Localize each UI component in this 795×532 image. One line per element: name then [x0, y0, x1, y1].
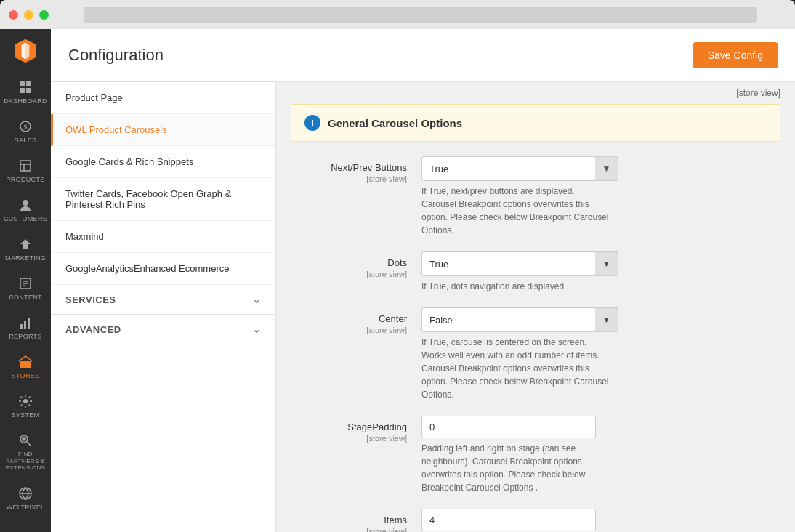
nav-item-find-partners[interactable]: FIND PARTNERS & EXTENSIONS — [0, 426, 51, 479]
input-col-next-prev: True False ▼ If True, next/prev buttons … — [421, 156, 780, 237]
select-next-prev[interactable]: True False — [421, 156, 596, 181]
svg-rect-21 — [20, 361, 31, 368]
svg-marker-1 — [22, 42, 25, 59]
input-col-center: True False ▼ If True, carousel is center… — [421, 307, 780, 401]
select-container-dots: True False ▼ — [421, 251, 780, 276]
left-navigation: DASHBOARD $ SALES PRODUCTS CUSTOMERS MAR… — [0, 29, 51, 532]
nav-label-weltpixel: WELTPIXEL — [7, 504, 45, 511]
field-label-stage-padding: StagePadding — [291, 422, 407, 432]
hint-dots: If True, dots navigation are displayed. — [421, 280, 610, 293]
minimize-button[interactable] — [24, 10, 33, 20]
svg-rect-20 — [28, 318, 30, 329]
svg-rect-18 — [20, 324, 23, 329]
svg-rect-6 — [26, 88, 31, 93]
label-col-items: Items [store view] — [291, 509, 421, 532]
config-right-panel: [store view] i General Carousel Options … — [276, 82, 795, 532]
nav-label-customers: CUSTOMERS — [4, 215, 47, 222]
nav-item-content[interactable]: CONTENT — [0, 269, 51, 308]
field-sublabel-center: [store view] — [291, 326, 407, 334]
sidebar-item-product-page[interactable]: Product Page — [51, 82, 275, 114]
field-sublabel-next-prev: [store view] — [291, 174, 407, 183]
label-col-stage-padding: StagePadding [store view] — [291, 416, 421, 494]
nav-label-system: SYSTEM — [12, 411, 40, 419]
field-label-next-prev: Next/Prev Buttons — [291, 162, 407, 173]
svg-marker-13 — [20, 239, 31, 249]
input-stage-padding[interactable] — [421, 416, 596, 438]
field-sublabel-stage-padding: [store view] — [291, 434, 407, 443]
field-label-center: Center — [291, 313, 407, 324]
form-row-dots: Dots [store view] True False ▼ — [291, 251, 780, 293]
field-label-items: Items — [291, 515, 407, 525]
sidebar-item-owl-carousels[interactable]: OWL Product Carousels — [51, 114, 275, 146]
select-center[interactable]: True False — [421, 307, 596, 332]
hint-next-prev: If True, next/prev buttons are displayed… — [421, 185, 610, 237]
field-sublabel-dots: [store view] — [291, 270, 407, 278]
label-col-dots: Dots [store view] — [291, 251, 421, 293]
form-row-stage-padding: StagePadding [store view] Padding left a… — [291, 416, 780, 494]
svg-rect-9 — [20, 161, 31, 171]
form-row-items: Items [store view] The number of items y… — [291, 509, 780, 532]
nav-item-system[interactable]: SYSTEM — [0, 387, 51, 426]
magento-logo — [11, 36, 40, 65]
close-button[interactable] — [9, 10, 18, 20]
hint-stage-padding: Padding left and right on stage (can see… — [421, 442, 610, 494]
store-view-banner: [store view] — [276, 82, 795, 104]
nav-label-find-partners: FIND PARTNERS & EXTENSIONS — [3, 451, 48, 472]
nav-item-marketing[interactable]: MARKETING — [0, 230, 51, 269]
svg-marker-2 — [25, 42, 29, 59]
nav-item-reports[interactable]: REPORTS — [0, 308, 51, 347]
address-bar[interactable] — [84, 7, 757, 23]
input-col-dots: True False ▼ If True, dots navigation ar… — [421, 251, 780, 293]
sidebar-section-services[interactable]: SERVICES ⌄ — [51, 285, 275, 315]
page-title: Configuration — [68, 46, 164, 65]
nav-item-dashboard[interactable]: DASHBOARD — [0, 73, 51, 112]
field-label-dots: Dots — [291, 257, 407, 268]
svg-text:$: $ — [23, 124, 27, 131]
hint-center: If True, carousel is centered on the scr… — [421, 336, 610, 401]
form-row-center: Center [store view] True False ▼ — [291, 307, 780, 401]
sidebar-item-twitter-cards[interactable]: Twitter Cards, Facebook Open Graph & Pin… — [51, 178, 275, 221]
nav-label-dashboard: DASHBOARD — [4, 97, 47, 105]
nav-item-weltpixel[interactable]: WELTPIXEL — [0, 479, 51, 518]
config-sidebar: Product Page OWL Product Carousels Googl… — [51, 82, 276, 532]
nav-item-customers[interactable]: CUSTOMERS — [0, 190, 51, 230]
nav-item-sales[interactable]: $ SALES — [0, 112, 51, 151]
select-arrow-next-prev[interactable]: ▼ — [595, 156, 618, 181]
nav-label-content: CONTENT — [9, 294, 42, 301]
carousel-options-form: Next/Prev Buttons [store view] True Fals… — [276, 156, 795, 532]
sidebar-section-advanced[interactable]: ADVANCED ⌄ — [51, 315, 275, 344]
carousel-options-title: General Carousel Options — [328, 117, 462, 129]
nav-label-sales: SALES — [15, 137, 37, 144]
nav-label-reports: REPORTS — [9, 333, 41, 340]
input-col-items: The number of items you want to see on t… — [421, 509, 780, 532]
select-dots[interactable]: True False — [421, 251, 596, 276]
chevron-down-icon: ⌄ — [252, 323, 262, 335]
save-config-button[interactable]: Save Config — [693, 42, 778, 68]
label-col-center: Center [store view] — [291, 307, 421, 401]
svg-rect-4 — [26, 81, 31, 86]
sidebar-item-maxmind[interactable]: Maxmind — [51, 221, 275, 253]
svg-rect-19 — [24, 321, 26, 329]
select-arrow-dots[interactable]: ▼ — [595, 251, 618, 276]
svg-rect-3 — [20, 81, 25, 86]
info-icon: i — [304, 115, 320, 131]
sidebar-item-google-cards[interactable]: Google Cards & Rich Snippets — [51, 146, 275, 178]
select-arrow-center[interactable]: ▼ — [595, 307, 618, 332]
select-container-next-prev: True False ▼ — [421, 156, 780, 181]
nav-label-marketing: MARKETING — [5, 254, 46, 262]
nav-label-products: PRODUCTS — [7, 176, 45, 183]
titlebar — [0, 0, 795, 29]
general-carousel-options-header: i General Carousel Options — [291, 104, 780, 142]
field-sublabel-items: [store view] — [291, 527, 407, 532]
page-header: Configuration Save Config — [51, 29, 795, 82]
nav-label-stores: STORES — [12, 372, 40, 379]
form-row-next-prev: Next/Prev Buttons [store view] True Fals… — [291, 156, 780, 237]
maximize-button[interactable] — [39, 10, 49, 20]
input-items[interactable] — [421, 509, 596, 531]
label-col-next-prev: Next/Prev Buttons [store view] — [291, 156, 421, 237]
nav-item-products[interactable]: PRODUCTS — [0, 151, 51, 190]
nav-item-stores[interactable]: STORES — [0, 347, 51, 387]
select-container-center: True False ▼ — [421, 307, 780, 332]
sidebar-item-google-analytics[interactable]: GoogleAnalyticsEnhanced Ecommerce — [51, 253, 275, 285]
svg-rect-5 — [20, 88, 25, 93]
